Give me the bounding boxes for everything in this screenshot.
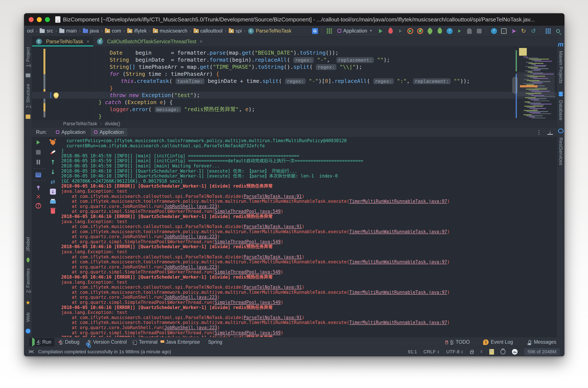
file-download-icon[interactable]: [489, 349, 494, 355]
profiler-knife-icon[interactable]: [50, 149, 56, 155]
run-configuration-select[interactable]: Application ▼: [336, 27, 374, 35]
stacktrace-link[interactable]: SimpleThreadPool.java:549: [215, 330, 281, 335]
breadcrumb-item-iflytek[interactable]: iflytek: [127, 28, 147, 34]
profiler-debug-icon[interactable]: [417, 28, 423, 34]
code-line[interactable]: this.createTask( taskTime: beginDate + t…: [32, 77, 557, 85]
editor-tab-ParseTelNoTask[interactable]: CParseTelNoTask×: [32, 36, 93, 47]
breadcrumb-item-main[interactable]: main: [59, 28, 77, 34]
stacktrace-link[interactable]: ParseTelNoTask.java:91: [244, 315, 302, 320]
stacktrace-link[interactable]: JobRunShell.java:223: [164, 325, 217, 330]
pause-output-button[interactable]: [35, 159, 42, 165]
encoding-select[interactable]: UTF-8 ⇕: [446, 349, 464, 355]
stacktrace-link[interactable]: TimerMultiRunWaitRunnableTask.java:97: [349, 259, 447, 265]
stacktrace-link[interactable]: TimerMultiRunWaitRunnableTask.java:97: [349, 229, 447, 234]
stop-button[interactable]: [35, 149, 42, 155]
rollback-icon[interactable]: ↺: [530, 28, 537, 34]
zoom-window-button[interactable]: [45, 17, 50, 22]
tool-window-button-restservices[interactable]: RestServices: [558, 138, 564, 165]
deploy-icon[interactable]: ➤: [510, 28, 517, 34]
stacktrace-link[interactable]: SimpleThreadPool.java:549: [215, 300, 281, 305]
stacktrace-link[interactable]: SimpleThreadPool.java:549: [215, 269, 281, 274]
breadcrumb-item-com[interactable]: com: [105, 28, 121, 34]
close-icon[interactable]: ×: [87, 39, 89, 44]
tool-window-button-jrebel[interactable]: JRebel: [25, 237, 31, 252]
stacktrace-link[interactable]: ParseTelNoTask.java:91: [244, 224, 302, 229]
code-line-caret[interactable]: throw new Exception("test");: [32, 92, 557, 99]
tool-window-button-spring[interactable]: Spring: [203, 338, 225, 346]
breadcrumb-item-ParseTelNoTask[interactable]: CParseTelNoTask: [248, 28, 292, 34]
unlock-icon[interactable]: [470, 351, 473, 354]
stacktrace-link[interactable]: ParseTelNoTask.java:91: [244, 194, 302, 199]
tool-window-button-terminal[interactable]: >_Terminal: [130, 338, 161, 346]
code-editor[interactable]: Date begin = formatter.parse(map.get("BE…: [32, 47, 557, 120]
code-line[interactable]: }: [32, 113, 557, 120]
close-button[interactable]: ×: [35, 193, 42, 199]
tool-window-button-java-enterprise[interactable]: Java Enterprise: [161, 338, 203, 346]
tool-window-button-event-log[interactable]: 1Event Log: [480, 338, 516, 346]
run-tab-application-1[interactable]: Application: [52, 128, 89, 136]
run-tab-application-2[interactable]: Application: [91, 128, 127, 136]
tool-window-button-web[interactable]: Web: [25, 313, 31, 322]
clear-all-button[interactable]: [50, 208, 56, 215]
breadcrumb-method[interactable]: divide(): [105, 121, 120, 126]
stacktrace-link[interactable]: JobRunShell.java:223: [164, 234, 217, 239]
tool-window-button-maven-projects[interactable]: Maven Projects: [558, 51, 564, 83]
restore-layout-button[interactable]: [35, 172, 42, 178]
close-icon[interactable]: ×: [199, 39, 202, 44]
baidu-paw-icon[interactable]: du: [512, 349, 517, 355]
more-options-icon[interactable]: ⋮: [536, 129, 542, 136]
breadcrumb-item-src[interactable]: src: [40, 28, 53, 34]
scroll-to-end-button[interactable]: ↓: [50, 189, 56, 195]
intention-bulb-icon[interactable]: [53, 93, 59, 98]
tool-window-button-messages[interactable]: 0: Messages: [523, 338, 559, 346]
breadcrumb-item-musicsearch[interactable]: musicsearch: [153, 28, 187, 34]
print-button[interactable]: [50, 199, 56, 205]
stacktrace-link[interactable]: SimpleThreadPool.java:549: [215, 209, 281, 214]
tool-window-button-version-control[interactable]: 9: Version Control: [82, 338, 130, 346]
stacktrace-link[interactable]: JobRunShell.java:223: [164, 204, 217, 209]
breadcrumb-item-spi[interactable]: spi: [229, 28, 242, 34]
tool-window-button-structure[interactable]: 7: Structure: [25, 84, 31, 108]
scroll-down-icon[interactable]: ↓: [547, 130, 553, 135]
caret-position[interactable]: 91:1: [408, 349, 417, 355]
tool-window-toggle-icon[interactable]: [29, 349, 33, 355]
down-stacktrace-button[interactable]: ↓: [50, 169, 56, 175]
stacktrace-link[interactable]: JobRunShell.java:223: [164, 295, 217, 300]
tool-window-button-debug[interactable]: 5: Debug: [54, 338, 82, 346]
soft-wrap-button[interactable]: ⇄: [50, 179, 56, 185]
debug-button[interactable]: [389, 28, 393, 34]
memory-indicator[interactable]: 596 of 2048M: [524, 348, 560, 355]
breadcrumb-item-java[interactable]: java: [83, 28, 99, 34]
search-everywhere-icon[interactable]: [556, 29, 560, 33]
code-line[interactable]: } catch (Exception e) {: [32, 99, 557, 106]
pin-tab-button[interactable]: [35, 184, 42, 190]
run-button[interactable]: [379, 29, 382, 33]
line-ending-select[interactable]: CRLF ⇕: [423, 349, 440, 355]
breadcrumb-class[interactable]: ParseTelNoTask: [63, 121, 97, 126]
marketplace-grid-icon[interactable]: [327, 28, 332, 34]
tool-window-button-favorites[interactable]: 2: Favorites: [25, 268, 31, 293]
rerun-button[interactable]: [35, 139, 42, 146]
code-line[interactable]: String[] timePhaseArr = map.get("TIME_PH…: [32, 63, 557, 71]
run-with-coverage-button[interactable]: [399, 29, 402, 33]
stacktrace-link[interactable]: TimerMultiRunWaitRunnableTask.java:97: [349, 320, 447, 325]
window-grid-icon[interactable]: [545, 28, 551, 34]
code-line[interactable]: Date begin = formatter.parse(map.get("BE…: [32, 49, 557, 56]
profiler-run-icon[interactable]: [407, 28, 413, 34]
code-minimap[interactable]: [519, 47, 555, 118]
editor-tab-CallOutBatchOfTaskServiceThreadTest[interactable]: CCallOutBatchOfTaskServiceThreadTest×: [93, 36, 206, 47]
column-selection-icon[interactable]: ⇕: [480, 349, 483, 354]
tool-window-button-database[interactable]: Database: [558, 100, 564, 120]
coverage-icon[interactable]: [50, 139, 56, 146]
stacktrace-link[interactable]: ParseTelNoTask.java:91: [244, 254, 302, 260]
tool-window-button-project[interactable]: 1: Project: [25, 47, 31, 67]
console-output[interactable]: currentPolicy=com.iflytek.musicsearch.to…: [61, 138, 557, 337]
stacktrace-link[interactable]: ParseTelNoTask.java:91: [244, 285, 302, 290]
gentleman-icon[interactable]: [500, 349, 506, 354]
up-stacktrace-button[interactable]: ↑: [50, 159, 56, 165]
breadcrumb-item-callouttool[interactable]: callouttool: [194, 28, 223, 34]
profile-gauge-icon[interactable]: [447, 28, 453, 34]
tool-window-button-todo[interactable]: ▣6: TODO: [442, 338, 473, 346]
minimize-window-button[interactable]: [37, 17, 42, 22]
tool-window-button-run[interactable]: 4: Run: [29, 338, 54, 346]
